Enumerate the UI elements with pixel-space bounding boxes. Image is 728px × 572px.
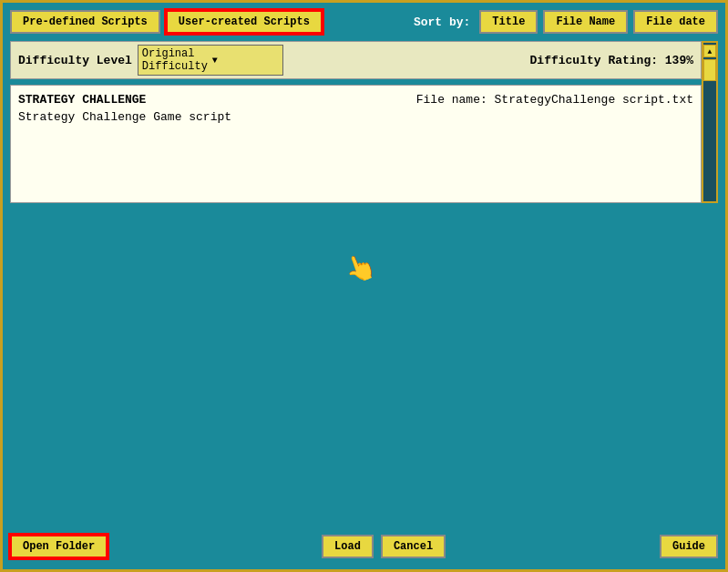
- script-filename: File name: StrategyChallenge script.txt: [416, 93, 693, 107]
- list-section: Difficulty Level Original Difficulty ▼ D…: [10, 41, 718, 203]
- list-container: Difficulty Level Original Difficulty ▼ D…: [10, 41, 702, 203]
- open-folder-button[interactable]: Open Folder: [10, 535, 108, 558]
- difficulty-bar: Difficulty Level Original Difficulty ▼ D…: [10, 41, 702, 79]
- difficulty-selected-value: Original Difficulty: [142, 47, 209, 73]
- load-button[interactable]: Load: [322, 535, 374, 558]
- usercreated-scripts-button[interactable]: User-created Scripts: [166, 10, 323, 34]
- sort-by-label: Sort by:: [414, 15, 470, 29]
- main-window: Pre-defined Scripts User-created Scripts…: [0, 0, 728, 572]
- sort-title-button[interactable]: Title: [479, 10, 538, 34]
- script-list: STRATEGY CHALLENGE File name: StrategyCh…: [10, 85, 702, 203]
- scrollbar-up-arrow[interactable]: ▲: [703, 45, 716, 57]
- difficulty-rating: Difficulty Rating: 139%: [530, 54, 693, 67]
- bottom-bar: Open Folder Load Cancel Guide: [10, 527, 718, 562]
- script-item[interactable]: STRATEGY CHALLENGE File name: StrategyCh…: [18, 93, 693, 107]
- script-title: STRATEGY CHALLENGE: [18, 93, 146, 107]
- side-scrollbar[interactable]: ▲: [702, 41, 718, 203]
- script-description: Strategy Challenge Game script: [18, 110, 693, 124]
- empty-content-area: 👆: [10, 203, 718, 527]
- top-bar: Pre-defined Scripts User-created Scripts…: [10, 10, 718, 34]
- sort-filedate-button[interactable]: File date: [633, 10, 718, 34]
- predefined-scripts-button[interactable]: Pre-defined Scripts: [10, 10, 160, 34]
- cursor-icon: 👆: [340, 249, 381, 289]
- sort-filename-button[interactable]: File Name: [543, 10, 628, 34]
- cancel-button[interactable]: Cancel: [381, 535, 446, 558]
- difficulty-dropdown[interactable]: Original Difficulty ▼: [138, 45, 283, 76]
- guide-button[interactable]: Guide: [660, 535, 718, 558]
- dropdown-arrow-icon: ▼: [212, 56, 279, 66]
- difficulty-level-label: Difficulty Level: [18, 54, 132, 67]
- scrollbar-thumb[interactable]: [703, 59, 716, 81]
